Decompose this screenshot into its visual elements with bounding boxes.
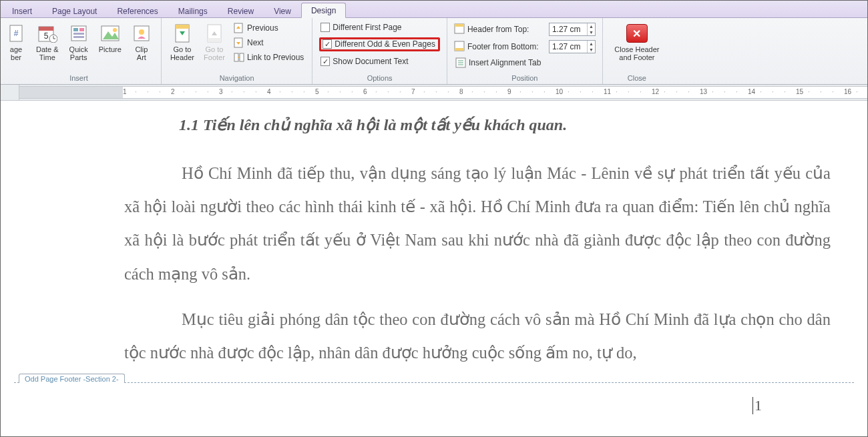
svg-rect-10 — [79, 28, 84, 31]
ruler-tick: 2 — [171, 88, 175, 95]
tab-page-layout[interactable]: Page Layout — [42, 3, 107, 18]
footer-bottom-icon — [454, 41, 465, 53]
clip-art-icon — [131, 23, 152, 44]
tab-references[interactable]: References — [107, 3, 168, 18]
header-from-top-label: Header from Top: — [467, 25, 546, 34]
svg-text:#: # — [14, 29, 19, 38]
ruler-tick: 15 — [796, 88, 803, 95]
group-label-navigation: Navigation — [166, 73, 308, 84]
spin-up-icon[interactable]: ▲ — [588, 41, 595, 47]
link-previous-icon — [234, 52, 244, 63]
footer-section-tag: Odd Page Footer -Section 2- — [19, 374, 125, 383]
ribbon-tabs: Insert Page Layout References Mailings R… — [1, 1, 867, 18]
footer-boundary — [14, 382, 854, 383]
goto-header-icon — [172, 23, 193, 44]
svg-rect-32 — [455, 24, 464, 27]
group-label-close: Close — [607, 73, 667, 84]
svg-rect-11 — [73, 33, 84, 35]
header-from-top-spinner[interactable]: 1.27 cm ▲▼ — [549, 23, 596, 36]
ruler-tick: 4 — [267, 88, 271, 95]
ruler-tick: 7 — [411, 88, 415, 95]
goto-footer-icon — [204, 23, 225, 44]
insert-alignment-tab-button[interactable]: Insert Alignment Tab — [454, 57, 596, 69]
spin-up-icon[interactable]: ▲ — [588, 23, 595, 29]
svg-rect-12 — [73, 36, 84, 38]
checkbox-checked-icon: ✓ — [322, 39, 332, 49]
previous-icon — [234, 23, 244, 33]
svg-rect-19 — [176, 25, 189, 29]
svg-rect-3 — [39, 27, 53, 31]
checkbox-icon — [320, 23, 330, 32]
header-top-icon — [454, 23, 465, 36]
different-odd-even-checkbox[interactable]: ✓ Different Odd & Even Pages — [319, 37, 440, 51]
svg-rect-22 — [208, 38, 221, 42]
ruler-tick: 10 — [556, 88, 563, 95]
page-content: 1.1 Tiến lên chủ nghĩa xã hội là một tất… — [124, 115, 831, 382]
footer-from-bottom-spinner[interactable]: 1.27 cm ▲▼ — [549, 40, 596, 53]
ribbon: # age ber 5 Date & Time Quick Parts — [1, 18, 867, 85]
quick-parts-button[interactable]: Quick Parts — [63, 21, 94, 73]
svg-point-17 — [139, 29, 144, 35]
ruler-tick: 14 — [748, 88, 755, 95]
different-first-page-checkbox[interactable]: Different First Page — [319, 22, 440, 33]
clip-art-button[interactable]: Clip Art — [126, 21, 157, 73]
date-time-button[interactable]: 5 Date & Time — [31, 21, 63, 73]
ruler-tick: 6 — [363, 88, 367, 95]
document-area[interactable]: 1.1 Tiến lên chủ nghĩa xã hội là một tất… — [1, 101, 867, 436]
svg-rect-34 — [455, 48, 464, 51]
page-number-button[interactable]: # age ber — [1, 21, 31, 73]
checkbox-checked-icon: ✓ — [320, 57, 330, 66]
close-header-footer-button[interactable]: ✕ Close Header and Footer — [607, 21, 667, 73]
svg-point-15 — [113, 28, 117, 32]
svg-rect-29 — [240, 53, 244, 61]
ruler-tick: 16 — [844, 88, 851, 95]
next-button[interactable]: Next — [232, 37, 305, 49]
ruler-tick: 13 — [700, 88, 707, 95]
svg-rect-28 — [234, 53, 238, 61]
ruler-tick: 8 — [459, 88, 463, 95]
close-icon: ✕ — [626, 23, 648, 44]
page-number-icon: # — [5, 23, 27, 44]
ruler-tick: 1 — [123, 88, 127, 95]
calendar-icon: 5 — [37, 23, 58, 44]
ruler-tick: 9 — [507, 88, 511, 95]
next-icon — [234, 37, 244, 48]
footer-from-bottom-label: Footer from Bottom: — [467, 42, 546, 51]
paragraph: Hồ Chí Minh đã tiếp thu, vận dụng sáng t… — [124, 157, 831, 291]
group-label-position: Position — [451, 73, 598, 84]
tab-insert[interactable]: Insert — [2, 3, 42, 18]
quick-parts-icon — [68, 23, 89, 44]
previous-button[interactable]: Previous — [232, 22, 305, 34]
tab-view[interactable]: View — [264, 3, 301, 18]
ruler-tick: 3 — [219, 88, 223, 95]
picture-button[interactable]: Picture — [94, 21, 126, 73]
svg-text:5: 5 — [43, 31, 48, 41]
alignment-tab-icon — [455, 57, 466, 68]
spin-down-icon[interactable]: ▼ — [588, 29, 595, 35]
group-label-insert: Insert — [1, 73, 157, 84]
tab-design[interactable]: Design — [301, 3, 346, 18]
link-previous-button[interactable]: Link to Previous — [232, 51, 305, 63]
tab-review[interactable]: Review — [218, 3, 264, 18]
tab-mailings[interactable]: Mailings — [168, 3, 218, 18]
spin-down-icon[interactable]: ▼ — [588, 47, 595, 53]
ruler-tick: 5 — [315, 88, 319, 95]
paragraph: Mục tiêu giải phóng dân tộc theo con đườ… — [124, 303, 831, 370]
ruler-tick: 12 — [652, 88, 659, 95]
ruler-tick: 11 — [604, 88, 611, 95]
show-document-text-checkbox[interactable]: ✓ Show Document Text — [319, 56, 440, 67]
goto-footer-button: Go to Footer — [199, 21, 230, 73]
svg-rect-9 — [73, 28, 78, 31]
picture-icon — [99, 23, 121, 44]
ruler: 1···2···3···4···5···6···7···8···9···10··… — [1, 85, 867, 101]
goto-header-button[interactable]: Go to Header — [166, 21, 199, 73]
page-number[interactable]: 1 — [752, 397, 762, 414]
group-label-options: Options — [316, 73, 443, 84]
heading: 1.1 Tiến lên chủ nghĩa xã hội là một tất… — [179, 115, 831, 134]
